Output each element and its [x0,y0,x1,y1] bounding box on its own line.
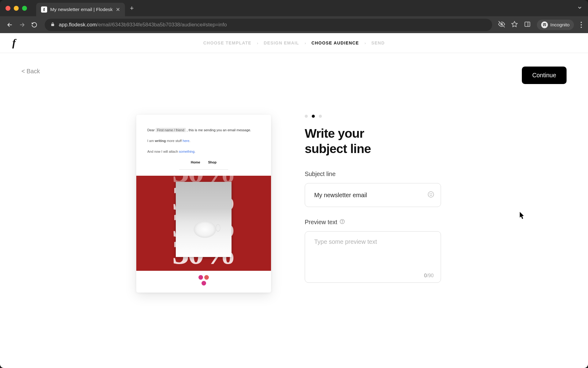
char-count: 0/90 [424,273,434,278]
star-icon[interactable] [511,21,518,29]
help-icon[interactable] [340,219,345,226]
continue-button[interactable]: Continue [522,67,567,84]
step-choose-audience[interactable]: CHOOSE AUDIENCE [311,40,359,45]
preview-text-input[interactable] [305,231,441,283]
new-tab-button[interactable]: + [130,4,134,12]
svg-marker-3 [512,21,517,26]
preview-body: Dear First name / friend , this is me se… [136,115,271,170]
eye-off-icon[interactable] [498,21,505,29]
svg-point-8 [428,192,434,197]
progress-steps: CHOOSE TEMPLATE › DESIGN EMAIL › CHOOSE … [203,40,385,45]
browser-tab[interactable]: f My newsletter email | Flodesk ✕ [36,3,125,16]
preview-nav-shop: Shop [208,159,217,166]
url-host: app.flodesk.com [59,22,97,28]
product-image [176,182,232,257]
forward-button[interactable] [18,21,26,29]
preview-hero: 30% 30% 30% 30% [136,176,271,271]
page-title: Write your subject line [305,126,441,156]
favicon-icon: f [41,6,47,13]
tab-close-icon[interactable]: ✕ [116,6,120,13]
app-nav: f CHOOSE TEMPLATE › DESIGN EMAIL › CHOOS… [0,33,588,53]
preview-nav: Home Shop [147,159,260,166]
svg-point-10 [432,194,432,194]
subject-input-wrap [305,183,441,207]
toolbar-right: Incognito [498,20,582,30]
merge-tag-firstname: First name / friend [156,128,186,132]
step-sep-icon: › [257,41,258,45]
incognito-label: Incognito [550,22,570,28]
window-minimize-button[interactable] [14,6,19,11]
preview-text-wrap: 0/90 [305,231,441,284]
app-viewport: f CHOOSE TEMPLATE › DESIGN EMAIL › CHOOS… [0,33,588,368]
logo-dot [198,275,203,280]
lock-icon [50,22,55,28]
preview-line-2: I am writing more stuff here. [147,138,260,144]
address-bar[interactable]: app.flodesk.com/email/6343b9334fe5843ba5… [45,19,492,31]
logo-dot [202,281,206,286]
subject-label: Subject line [305,171,441,178]
svg-point-7 [545,25,546,26]
back-button[interactable] [6,21,14,29]
incognito-badge[interactable]: Incognito [537,20,574,30]
window-maximize-button[interactable] [22,6,27,11]
incognito-icon [541,21,548,28]
preview-nav-home: Home [191,159,200,166]
logo-dot [204,275,209,280]
step-sep-icon: › [305,41,306,45]
url-text: app.flodesk.com/email/6343b9334fe5843ba5… [59,22,227,28]
titlebar: f My newsletter email | Flodesk ✕ + [0,0,588,16]
reload-button[interactable] [30,21,39,29]
tabs-overflow-icon[interactable] [577,5,582,12]
content: Dear First name / friend , this is me se… [136,115,567,293]
back-link[interactable]: < Back [21,68,40,75]
preview-line-1: Dear First name / friend , this is me se… [147,127,260,133]
window-close-button[interactable] [6,6,10,11]
flodesk-logo[interactable]: f [12,37,16,49]
tab-title: My newsletter email | Flodesk [50,7,113,12]
step-sep-icon: › [364,41,366,45]
browser-toolbar: app.flodesk.com/email/6343b9334fe5843ba5… [0,16,588,33]
svg-point-6 [543,25,544,26]
more-menu-icon[interactable] [580,21,582,29]
step-choose-template[interactable]: CHOOSE TEMPLATE [203,40,251,45]
window-controls [6,6,27,11]
form-panel: Write your subject line Subject line Pre… [305,115,441,293]
step-design-email[interactable]: DESIGN EMAIL [264,40,299,45]
step-dot[interactable] [305,115,308,118]
preview-text-label: Preview text [305,219,441,226]
url-path: /email/6343b9334fe5843ba5b70338/audience… [97,22,227,28]
page-body: < Back Continue Dear First name / friend… [0,53,588,293]
subject-input[interactable] [305,183,441,207]
email-preview-card: Dear First name / friend , this is me se… [136,115,271,293]
panel-icon[interactable] [524,21,531,29]
step-dot-active[interactable] [312,115,315,118]
preview-footer-logo [198,275,210,286]
browser-chrome: f My newsletter email | Flodesk ✕ + app.… [0,0,588,33]
emoji-picker-icon[interactable] [428,191,434,199]
preview-line-3: And now I will attach something. [147,148,260,155]
preview-divider [179,169,228,170]
svg-point-12 [342,223,342,223]
step-dot[interactable] [319,115,322,118]
svg-point-9 [430,194,430,194]
step-dots [305,115,441,118]
svg-rect-4 [525,22,530,26]
step-send[interactable]: SEND [371,40,385,45]
